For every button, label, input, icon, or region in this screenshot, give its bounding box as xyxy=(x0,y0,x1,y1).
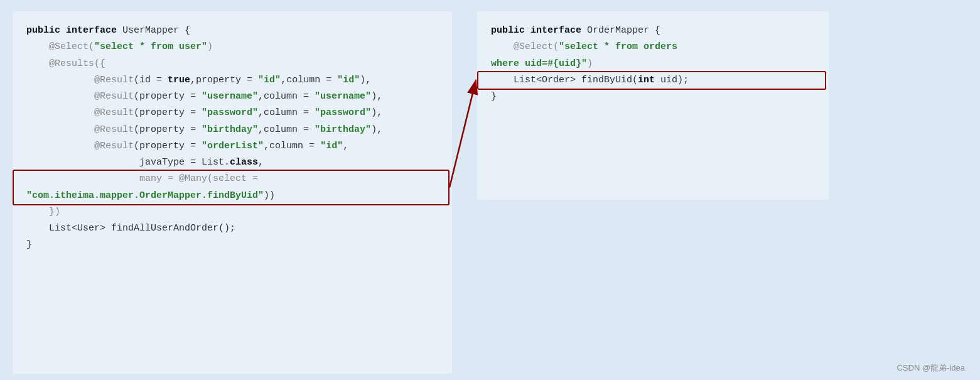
watermark: CSDN @龍弟-idea xyxy=(897,362,965,374)
code-line-l14: } xyxy=(26,237,438,253)
code-line-l3: @Results({ xyxy=(26,56,438,72)
code-line-r2: @Select("select * from orders xyxy=(491,39,815,55)
code-line-l9: javaType = List.class, xyxy=(26,155,438,171)
main-container: public interface UserMapper { @Select("s… xyxy=(0,0,980,380)
code-line-r4: List<Order> findByUid(int uid); xyxy=(491,72,815,89)
code-line-l10: many = @Many(select = xyxy=(26,171,438,187)
left-code-panel: public interface UserMapper { @Select("s… xyxy=(13,11,452,374)
code-line-r6: } xyxy=(491,89,815,105)
code-line-l13: List<User> findAllUserAndOrder(); xyxy=(26,220,438,237)
code-line-l11: "com.itheima.mapper.OrderMapper.findByUi… xyxy=(26,188,438,204)
code-line-l12: }) xyxy=(26,204,438,220)
code-line-l1: public interface UserMapper { xyxy=(26,23,438,39)
code-line-r3: where uid=#{uid}") xyxy=(491,56,815,72)
code-line-l5: @Result(property = "username",column = "… xyxy=(26,89,438,105)
code-line-l4: @Result(id = true,property = "id",column… xyxy=(26,72,438,89)
code-line-l7: @Result(property = "birthday",column = "… xyxy=(26,122,438,138)
svg-line-1 xyxy=(450,80,476,188)
code-line-l2: @Select("select * from user") xyxy=(26,39,438,55)
code-line-r1: public interface OrderMapper { xyxy=(491,23,815,39)
code-line-l8: @Result(property = "orderList",column = … xyxy=(26,138,438,155)
code-line-l6: @Result(property = "password",column = "… xyxy=(26,105,438,121)
right-code-panel: public interface OrderMapper { @Select("… xyxy=(477,11,829,200)
